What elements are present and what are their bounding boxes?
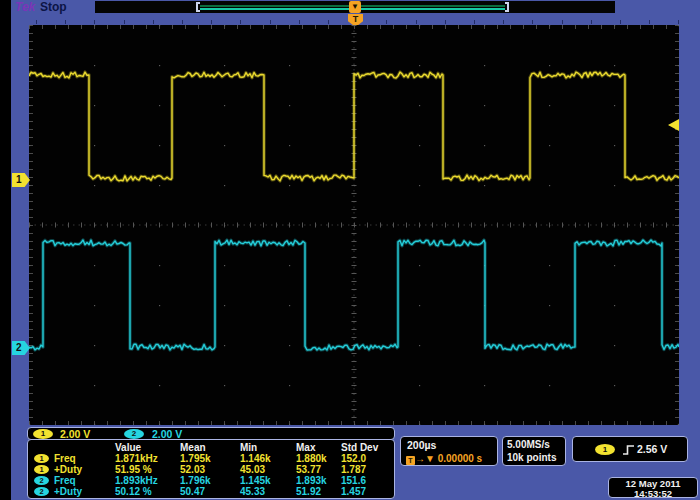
measurement-max: 1.880k xyxy=(296,453,327,464)
measurement-min: 45.33 xyxy=(240,486,265,497)
measurement-stddev: 152.0 xyxy=(341,453,366,464)
oscilloscope-screen: { "header": { "logo": "Tek", "acq_state"… xyxy=(0,0,700,500)
trigger-source-badge: 1 xyxy=(595,444,615,455)
measurement-row: 1 +Duty 51.95 % 52.03 45.03 53.77 1.787 xyxy=(28,464,394,475)
ch1-badge: 1 xyxy=(33,429,53,439)
trigger-pos-value: 0.00000 s xyxy=(438,453,483,464)
sample-rate: 5.00MS/s xyxy=(507,439,550,450)
measurement-min: 1.146k xyxy=(240,453,271,464)
measurement-mean: 50.47 xyxy=(180,486,205,497)
ch1-badge: 1 xyxy=(34,454,49,463)
trigger-readout: 1 2.56 V xyxy=(572,436,688,462)
measurement-name: Freq xyxy=(54,453,76,464)
measurement-value: 1.893kHz xyxy=(115,475,158,486)
measurement-mean: 52.03 xyxy=(180,464,205,475)
measurement-name: Freq xyxy=(54,475,76,486)
ch1-badge: 1 xyxy=(34,465,49,474)
col-value: Value xyxy=(115,442,141,453)
rising-edge-icon xyxy=(622,443,635,457)
measurement-min: 45.03 xyxy=(240,464,265,475)
measurement-stddev: 151.6 xyxy=(341,475,366,486)
ch2-badge: 2 xyxy=(34,487,49,496)
trigger-level-value: 2.56 V xyxy=(637,443,667,455)
col-stddev: Std Dev xyxy=(341,442,378,453)
col-min: Min xyxy=(240,442,257,453)
measurement-name: +Duty xyxy=(54,486,82,497)
graticule xyxy=(29,25,679,425)
timebase-readout: 200µs T→▼ 0.00000 s xyxy=(400,436,498,466)
measurement-value: 50.12 % xyxy=(115,486,152,497)
measurement-stddev: 1.787 xyxy=(341,464,366,475)
acquisition-readout: 5.00MS/s 10k points xyxy=(502,436,566,466)
measurement-max: 53.77 xyxy=(296,464,321,475)
record-view-strip: ▼ xyxy=(95,1,615,13)
measurement-mean: 1.795k xyxy=(180,453,211,464)
record-window-bracket-right xyxy=(505,2,509,12)
measurement-row: 1 Freq 1.871kHz 1.795k 1.146k 1.880k 152… xyxy=(28,453,394,464)
trigger-t-icon: T xyxy=(406,456,415,465)
measurement-row: 2 Freq 1.893kHz 1.796k 1.145k 1.893k 151… xyxy=(28,475,394,486)
trigger-position-readout: T→▼ 0.00000 s xyxy=(406,453,482,465)
measurement-stddev: 1.457 xyxy=(341,486,366,497)
measurement-value: 51.95 % xyxy=(115,464,152,475)
tek-logo: Tek xyxy=(15,0,35,14)
measurement-min: 1.145k xyxy=(240,475,271,486)
measurement-max: 51.92 xyxy=(296,486,321,497)
record-window-bracket-left xyxy=(196,2,200,12)
acquisition-state-label: Stop xyxy=(40,0,67,14)
datetime-readout: 12 May 2011 14:53:52 xyxy=(608,477,698,498)
measurement-name: +Duty xyxy=(54,464,82,475)
measurement-max: 1.893k xyxy=(296,475,327,486)
trigger-pos-arrows: →▼ xyxy=(415,453,435,464)
time-label: 14:53:52 xyxy=(609,488,697,499)
col-max: Max xyxy=(296,442,315,453)
ch2-badge: 2 xyxy=(124,429,144,439)
ch2-badge: 2 xyxy=(34,476,49,485)
waveform-plot xyxy=(29,25,679,425)
timebase-scale: 200µs xyxy=(407,439,436,451)
col-mean: Mean xyxy=(180,442,206,453)
measurement-row: 2 +Duty 50.12 % 50.47 45.33 51.92 1.457 xyxy=(28,486,394,497)
measurement-mean: 1.796k xyxy=(180,475,211,486)
measurement-value: 1.871kHz xyxy=(115,453,158,464)
record-trigger-position-icon[interactable]: ▼ xyxy=(349,1,361,13)
measurement-table: Value Mean Min Max Std Dev 1 Freq 1.871k… xyxy=(27,439,395,499)
record-length: 10k points xyxy=(507,452,556,463)
